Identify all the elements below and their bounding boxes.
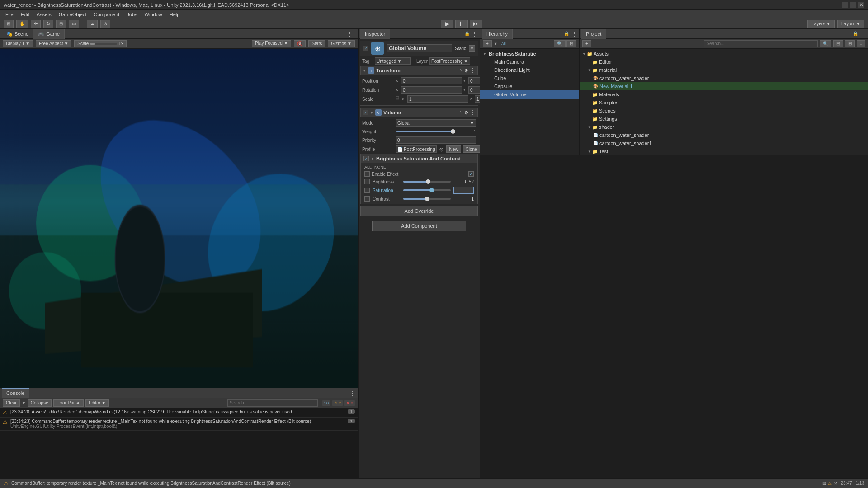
list-item[interactable]: 📁 Samples — [580, 99, 868, 107]
bs-active-checkbox[interactable]: ✓ — [363, 156, 369, 161]
hierarchy-lock-icon[interactable]: 🔒 — [564, 31, 569, 36]
display-dropdown[interactable]: Display 1 ▼ — [3, 40, 33, 47]
toolbar-rect-btn[interactable]: ▭ — [69, 20, 79, 28]
aspect-dropdown[interactable]: Free Aspect ▼ — [36, 40, 71, 47]
weight-slider[interactable] — [396, 128, 453, 135]
clone-button[interactable]: Clone — [463, 145, 480, 153]
project-lock-icon[interactable]: 🔒 — [853, 31, 858, 36]
rotation-y[interactable] — [468, 86, 480, 94]
list-item[interactable]: ▼ 📁 Test — [580, 147, 868, 155]
project-sort-btn[interactable]: ↕ — [857, 40, 865, 47]
add-component-button[interactable]: Add Component — [372, 221, 466, 231]
tag-dropdown[interactable]: Untagged ▼ — [375, 57, 411, 65]
layers-button[interactable]: Layers ▼ — [807, 20, 835, 28]
bs-header[interactable]: ✓ ▼ Brightness Saturation And Contrast ⋮ — [361, 154, 477, 163]
priority-input[interactable] — [396, 136, 476, 144]
active-checkbox[interactable]: ✓ — [363, 46, 368, 51]
list-item[interactable]: 🎨 cartoon_water_shader — [580, 74, 868, 82]
project-search-input[interactable] — [704, 40, 818, 47]
brightness-toggle[interactable] — [364, 179, 370, 184]
play-button[interactable]: ▶ — [441, 20, 453, 28]
transform-settings-icon[interactable]: ⚙ — [464, 68, 468, 73]
add-override-button[interactable]: Add Override — [360, 206, 478, 216]
list-item[interactable]: Capsule — [480, 82, 579, 90]
menu-component[interactable]: Component — [90, 10, 123, 19]
mode-dropdown[interactable]: Global ▼ — [396, 119, 476, 127]
toolbar-rotate-btn[interactable]: ↻ — [43, 20, 53, 28]
maximize-button[interactable]: □ — [850, 2, 856, 8]
list-item[interactable]: ⚠ [23:34:20] Assets\Editor\RenderCubemap… — [0, 408, 358, 418]
menu-assets[interactable]: Assets — [33, 10, 55, 19]
tab-project[interactable]: Project — [581, 29, 606, 39]
minimize-button[interactable]: ─ — [842, 2, 848, 8]
clear-button[interactable]: Clear — [3, 399, 20, 407]
menu-gameobject[interactable]: GameObject — [55, 10, 90, 19]
transform-component-header[interactable]: ▼ T Transform ? ⚙ ⋮ — [360, 66, 478, 75]
hierarchy-scene-item[interactable]: ▼ BrightnessSaturatic — [480, 50, 579, 58]
project-add-btn[interactable]: + — [582, 40, 591, 47]
toolbar-scale-btn[interactable]: ⊞ — [56, 20, 66, 28]
scale-y[interactable] — [475, 95, 480, 103]
none-label[interactable]: NONE — [374, 165, 386, 169]
tab-hierarchy[interactable]: Hierarchy — [482, 29, 513, 39]
editor-dropdown[interactable]: Editor ▼ — [85, 399, 109, 407]
toolbar-transform-btn[interactable]: ⊞ — [4, 20, 14, 28]
inspector-more-btn[interactable]: ⋮ — [472, 30, 478, 38]
scale-control[interactable]: Scale 1x — [74, 40, 127, 47]
hierarchy-add-btn[interactable]: + — [483, 40, 492, 47]
pause-button[interactable]: ⏸ — [455, 20, 468, 28]
stats-button[interactable]: Stats — [308, 40, 325, 47]
list-item[interactable]: Main Camera — [480, 58, 579, 66]
saturation-slider[interactable] — [403, 187, 451, 193]
list-item[interactable]: 🎨 New Material 1 — [580, 82, 868, 90]
contrast-slider[interactable] — [403, 196, 451, 202]
step-button[interactable]: ⏭ — [470, 20, 482, 28]
menu-help[interactable]: Help — [166, 10, 184, 19]
list-item[interactable]: 📁 Editor — [580, 58, 868, 66]
bs-more-icon[interactable]: ⋮ — [469, 155, 475, 162]
hierarchy-filter-btn[interactable]: ⊟ — [566, 40, 576, 47]
project-more-btn[interactable]: ⋮ — [860, 30, 866, 38]
project-search-icon-btn[interactable]: 🔍 — [820, 40, 831, 47]
hierarchy-more-btn[interactable]: ⋮ — [571, 30, 577, 38]
tab-scene[interactable]: 🎭 Scene — [2, 29, 33, 39]
hierarchy-search-btn[interactable]: 🔍 — [554, 40, 566, 47]
tab-inspector[interactable]: Inspector — [360, 29, 390, 39]
mute-button[interactable]: 🔇 — [294, 40, 306, 47]
scale-slider[interactable] — [90, 43, 117, 45]
scale-x[interactable] — [407, 95, 468, 103]
viewport-more-btn[interactable]: ⋮ — [344, 30, 356, 38]
static-dropdown[interactable]: ▼ — [469, 45, 475, 52]
project-filter-btn[interactable]: ⊟ — [833, 40, 843, 47]
list-item[interactable]: Cube — [480, 74, 579, 82]
list-item[interactable]: Directional Light — [480, 66, 579, 74]
layout-button[interactable]: Layout ▼ — [837, 20, 864, 28]
contrast-toggle[interactable] — [364, 196, 370, 202]
volume-more-icon[interactable]: ⋮ — [470, 109, 476, 116]
profile-target-icon[interactable]: ◎ — [439, 147, 444, 152]
menu-jobs[interactable]: Jobs — [123, 10, 141, 19]
list-item[interactable]: ▼ 📁 shader — [580, 123, 868, 131]
volume-active-checkbox[interactable]: ✓ — [363, 110, 368, 115]
list-item[interactable]: 📄 cartoon_water_shader1 — [580, 139, 868, 147]
list-item[interactable]: 📄 cartoon_water_shader — [580, 131, 868, 139]
transform-more-icon[interactable]: ⋮ — [470, 67, 476, 74]
tab-console[interactable]: Console — [2, 388, 29, 398]
menu-edit[interactable]: Edit — [17, 10, 33, 19]
menu-window[interactable]: Window — [141, 10, 166, 19]
all-label[interactable]: ALL — [364, 165, 372, 169]
collapse-button[interactable]: Collapse — [28, 399, 52, 407]
volume-component-header[interactable]: ✓ ▼ V Volume ? ⚙ ⋮ — [360, 108, 478, 117]
toolbar-move-btn[interactable]: ✛ — [31, 20, 41, 28]
saturation-toggle[interactable] — [364, 188, 370, 193]
close-button[interactable]: ✕ — [858, 2, 864, 8]
list-item[interactable]: 📁 Scenes — [580, 107, 868, 115]
brightness-slider[interactable] — [403, 178, 451, 185]
toolbar-hand-btn[interactable]: ✋ — [16, 20, 28, 28]
enable-effect-checkbox[interactable] — [364, 171, 370, 177]
list-item[interactable]: Global Volume — [480, 90, 579, 99]
list-item[interactable]: ⚠ [23:34:23] CommandBuffer: temporary re… — [0, 418, 358, 431]
project-grid-btn[interactable]: ⊞ — [845, 40, 855, 47]
saturation-input[interactable]: 2.07 — [453, 187, 474, 194]
list-item[interactable]: 📁 Materials — [580, 90, 868, 99]
